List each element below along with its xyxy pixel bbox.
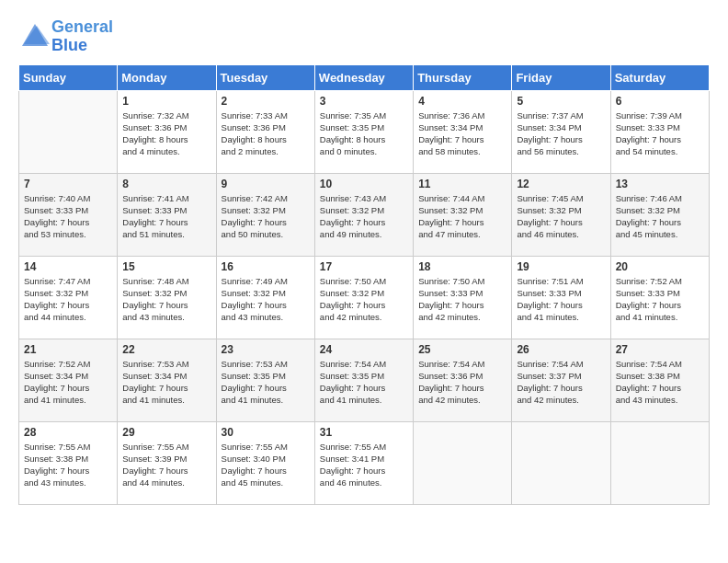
logo-text: General Blue xyxy=(51,18,113,55)
day-info: Sunrise: 7:55 AMSunset: 3:39 PMDaylight:… xyxy=(122,441,210,489)
calendar-cell: 9Sunrise: 7:42 AMSunset: 3:32 PMDaylight… xyxy=(216,173,314,256)
day-number: 27 xyxy=(616,343,704,356)
calendar-cell: 8Sunrise: 7:41 AMSunset: 3:33 PMDaylight… xyxy=(118,173,216,256)
day-header-tuesday: Tuesday xyxy=(216,64,314,90)
day-number: 13 xyxy=(616,178,704,190)
day-header-sunday: Sunday xyxy=(19,64,118,90)
calendar-cell xyxy=(610,421,709,504)
calendar-cell: 29Sunrise: 7:55 AMSunset: 3:39 PMDayligh… xyxy=(118,421,216,504)
day-number: 24 xyxy=(320,343,408,356)
calendar-cell xyxy=(414,421,512,504)
week-row-3: 14Sunrise: 7:47 AMSunset: 3:32 PMDayligh… xyxy=(19,256,710,339)
logo: General Blue xyxy=(18,18,113,55)
day-info: Sunrise: 7:32 AMSunset: 3:36 PMDaylight:… xyxy=(122,109,210,158)
calendar-cell xyxy=(19,90,118,173)
calendar-cell: 30Sunrise: 7:55 AMSunset: 3:40 PMDayligh… xyxy=(216,421,314,504)
calendar-cell: 13Sunrise: 7:46 AMSunset: 3:32 PMDayligh… xyxy=(610,173,709,256)
calendar-cell: 1Sunrise: 7:32 AMSunset: 3:36 PMDaylight… xyxy=(118,90,216,173)
calendar-cell: 25Sunrise: 7:54 AMSunset: 3:36 PMDayligh… xyxy=(414,339,512,421)
day-info: Sunrise: 7:54 AMSunset: 3:37 PMDaylight:… xyxy=(517,358,605,407)
day-number: 30 xyxy=(222,426,310,439)
day-info: Sunrise: 7:37 AMSunset: 3:34 PMDaylight:… xyxy=(517,109,605,158)
calendar-cell: 28Sunrise: 7:55 AMSunset: 3:38 PMDayligh… xyxy=(19,421,118,504)
day-number: 4 xyxy=(418,95,506,108)
day-info: Sunrise: 7:50 AMSunset: 3:32 PMDaylight:… xyxy=(320,275,408,324)
day-number: 9 xyxy=(222,178,310,190)
calendar-cell: 7Sunrise: 7:40 AMSunset: 3:33 PMDaylight… xyxy=(19,173,118,256)
day-info: Sunrise: 7:55 AMSunset: 3:38 PMDaylight:… xyxy=(24,441,112,489)
calendar-cell: 12Sunrise: 7:45 AMSunset: 3:32 PMDayligh… xyxy=(512,173,610,256)
day-number: 12 xyxy=(517,178,605,190)
week-row-2: 7Sunrise: 7:40 AMSunset: 3:33 PMDaylight… xyxy=(19,173,710,256)
day-header-saturday: Saturday xyxy=(610,64,709,90)
calendar-table: SundayMondayTuesdayWednesdayThursdayFrid… xyxy=(18,64,710,505)
day-info: Sunrise: 7:36 AMSunset: 3:34 PMDaylight:… xyxy=(418,109,506,158)
day-number: 16 xyxy=(222,260,310,273)
day-number: 8 xyxy=(122,178,210,190)
day-info: Sunrise: 7:48 AMSunset: 3:32 PMDaylight:… xyxy=(122,275,210,324)
calendar-cell: 19Sunrise: 7:51 AMSunset: 3:33 PMDayligh… xyxy=(512,256,610,339)
logo-icon xyxy=(18,20,51,53)
calendar-cell: 20Sunrise: 7:52 AMSunset: 3:33 PMDayligh… xyxy=(610,256,709,339)
week-row-1: 1Sunrise: 7:32 AMSunset: 3:36 PMDaylight… xyxy=(19,90,710,173)
week-row-4: 21Sunrise: 7:52 AMSunset: 3:34 PMDayligh… xyxy=(19,339,710,421)
day-info: Sunrise: 7:33 AMSunset: 3:36 PMDaylight:… xyxy=(222,109,310,158)
day-number: 10 xyxy=(320,178,408,190)
day-number: 18 xyxy=(418,260,506,273)
day-info: Sunrise: 7:35 AMSunset: 3:35 PMDaylight:… xyxy=(320,109,408,158)
day-number: 1 xyxy=(122,95,210,108)
day-info: Sunrise: 7:54 AMSunset: 3:35 PMDaylight:… xyxy=(320,358,408,407)
day-number: 20 xyxy=(616,260,704,273)
day-info: Sunrise: 7:52 AMSunset: 3:34 PMDaylight:… xyxy=(24,358,112,407)
calendar-cell: 23Sunrise: 7:53 AMSunset: 3:35 PMDayligh… xyxy=(216,339,314,421)
day-number: 5 xyxy=(517,95,605,108)
calendar-cell xyxy=(512,421,610,504)
page-header: General Blue xyxy=(18,18,710,55)
calendar-cell: 3Sunrise: 7:35 AMSunset: 3:35 PMDaylight… xyxy=(314,90,413,173)
calendar-cell: 22Sunrise: 7:53 AMSunset: 3:34 PMDayligh… xyxy=(118,339,216,421)
day-info: Sunrise: 7:49 AMSunset: 3:32 PMDaylight:… xyxy=(222,275,310,324)
calendar-cell: 18Sunrise: 7:50 AMSunset: 3:33 PMDayligh… xyxy=(414,256,512,339)
day-header-friday: Friday xyxy=(512,64,610,90)
calendar-cell: 15Sunrise: 7:48 AMSunset: 3:32 PMDayligh… xyxy=(118,256,216,339)
day-info: Sunrise: 7:51 AMSunset: 3:33 PMDaylight:… xyxy=(517,275,605,324)
day-number: 7 xyxy=(24,178,112,190)
day-number: 22 xyxy=(122,343,210,356)
day-info: Sunrise: 7:45 AMSunset: 3:32 PMDaylight:… xyxy=(517,192,605,241)
day-number: 15 xyxy=(122,260,210,273)
day-info: Sunrise: 7:39 AMSunset: 3:33 PMDaylight:… xyxy=(616,109,704,158)
calendar-cell: 6Sunrise: 7:39 AMSunset: 3:33 PMDaylight… xyxy=(610,90,709,173)
calendar-cell: 24Sunrise: 7:54 AMSunset: 3:35 PMDayligh… xyxy=(314,339,413,421)
day-info: Sunrise: 7:53 AMSunset: 3:35 PMDaylight:… xyxy=(222,358,310,407)
day-info: Sunrise: 7:53 AMSunset: 3:34 PMDaylight:… xyxy=(122,358,210,407)
day-number: 6 xyxy=(616,95,704,108)
day-number: 31 xyxy=(320,426,408,439)
day-number: 14 xyxy=(24,260,112,273)
calendar-cell: 10Sunrise: 7:43 AMSunset: 3:32 PMDayligh… xyxy=(314,173,413,256)
day-number: 11 xyxy=(418,178,506,190)
day-header-thursday: Thursday xyxy=(414,64,512,90)
day-number: 3 xyxy=(320,95,408,108)
calendar-cell: 17Sunrise: 7:50 AMSunset: 3:32 PMDayligh… xyxy=(314,256,413,339)
calendar-cell: 5Sunrise: 7:37 AMSunset: 3:34 PMDaylight… xyxy=(512,90,610,173)
day-number: 28 xyxy=(24,426,112,439)
day-number: 29 xyxy=(122,426,210,439)
calendar-cell: 26Sunrise: 7:54 AMSunset: 3:37 PMDayligh… xyxy=(512,339,610,421)
calendar-cell: 21Sunrise: 7:52 AMSunset: 3:34 PMDayligh… xyxy=(19,339,118,421)
day-info: Sunrise: 7:40 AMSunset: 3:33 PMDaylight:… xyxy=(24,192,112,241)
day-header-wednesday: Wednesday xyxy=(314,64,413,90)
day-info: Sunrise: 7:55 AMSunset: 3:40 PMDaylight:… xyxy=(222,441,310,489)
calendar-cell: 27Sunrise: 7:54 AMSunset: 3:38 PMDayligh… xyxy=(610,339,709,421)
days-header-row: SundayMondayTuesdayWednesdayThursdayFrid… xyxy=(19,64,710,90)
calendar-cell: 2Sunrise: 7:33 AMSunset: 3:36 PMDaylight… xyxy=(216,90,314,173)
day-number: 17 xyxy=(320,260,408,273)
day-number: 25 xyxy=(418,343,506,356)
day-number: 26 xyxy=(517,343,605,356)
day-number: 23 xyxy=(222,343,310,356)
calendar-cell: 14Sunrise: 7:47 AMSunset: 3:32 PMDayligh… xyxy=(19,256,118,339)
calendar-cell: 4Sunrise: 7:36 AMSunset: 3:34 PMDaylight… xyxy=(414,90,512,173)
calendar-cell: 11Sunrise: 7:44 AMSunset: 3:32 PMDayligh… xyxy=(414,173,512,256)
day-info: Sunrise: 7:46 AMSunset: 3:32 PMDaylight:… xyxy=(616,192,704,241)
day-info: Sunrise: 7:44 AMSunset: 3:32 PMDaylight:… xyxy=(418,192,506,241)
day-info: Sunrise: 7:55 AMSunset: 3:41 PMDaylight:… xyxy=(320,441,408,489)
